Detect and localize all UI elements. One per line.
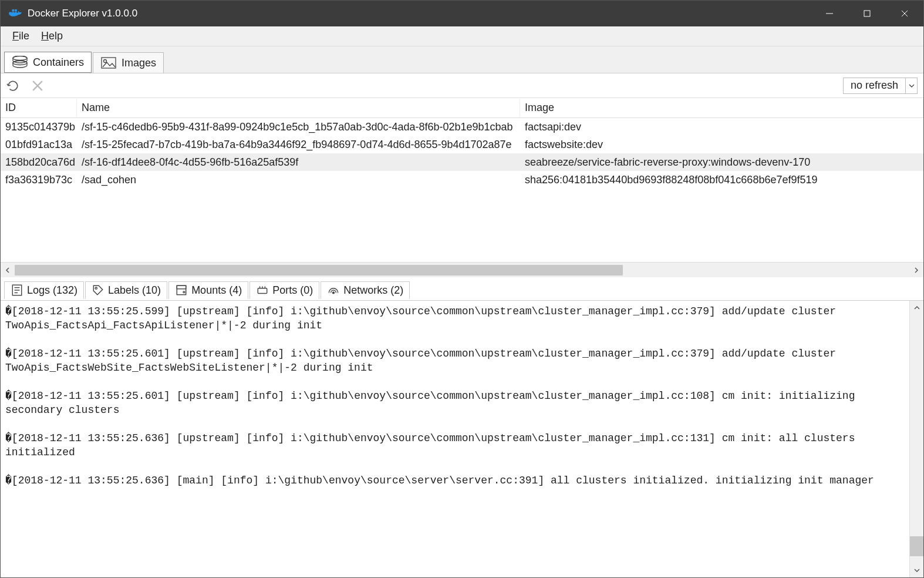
- svg-rect-4: [15, 9, 17, 12]
- tab-networks[interactable]: Networks (2): [321, 281, 410, 299]
- cell-image: factswebsite:dev: [520, 137, 923, 152]
- chevron-down-icon: [905, 78, 917, 93]
- column-id[interactable]: ID: [1, 99, 77, 116]
- cell-name: /sf-15-c46dedb6-95b9-431f-8a99-0924b9c1e…: [77, 120, 520, 135]
- window-title: Docker Explorer v1.0.0.0: [28, 8, 811, 19]
- window-minimize-button[interactable]: [811, 1, 848, 26]
- svg-point-19: [95, 287, 97, 289]
- cell-id: f3a36319b73c: [1, 173, 77, 187]
- svg-point-9: [13, 56, 27, 61]
- table-empty-space: [1, 189, 923, 262]
- scrollbar-thumb[interactable]: [15, 265, 623, 275]
- cell-image: sha256:04181b35440bd9693f88248f08bf041c6…: [520, 173, 923, 187]
- vscrollbar-track[interactable]: [910, 315, 923, 563]
- tab-mounts[interactable]: Mounts (4): [168, 281, 248, 299]
- detail-tabs: Logs (132) Labels (10) Mounts (4) Ports …: [1, 277, 923, 301]
- table-header: ID Name Image: [1, 98, 923, 118]
- cell-id: 9135c014379b: [1, 120, 77, 135]
- window-close-button[interactable]: [886, 1, 923, 26]
- tab-logs[interactable]: Logs (132): [4, 281, 84, 299]
- tab-images[interactable]: Images: [93, 52, 164, 73]
- containers-table: ID Name Image 9135c014379b/sf-15-c46dedb…: [1, 98, 923, 262]
- refresh-interval-select[interactable]: no refresh: [843, 78, 918, 94]
- cell-image: seabreeze/service-fabric-reverse-proxy:w…: [520, 155, 923, 170]
- scrollbar-track[interactable]: [15, 265, 909, 275]
- menu-help[interactable]: Help: [35, 28, 69, 45]
- log-pane: �[2018-12-11 13:55:25.599] [upstream] [i…: [1, 301, 923, 577]
- tab-labels[interactable]: Labels (10): [85, 281, 167, 299]
- cell-name: /sf-16-df14dee8-0f4c-4d55-96fb-516a25af5…: [77, 155, 520, 170]
- ports-icon: [256, 284, 269, 296]
- tab-mounts-label: Mounts (4): [191, 284, 242, 297]
- scroll-down-arrow[interactable]: [910, 563, 923, 577]
- tab-logs-label: Logs (132): [27, 284, 77, 297]
- logs-icon: [11, 284, 23, 296]
- cell-id: 158bd20ca76d: [1, 155, 77, 170]
- svg-rect-20: [177, 285, 186, 294]
- window-maximize-button[interactable]: [848, 1, 886, 26]
- table-row[interactable]: 9135c014379b/sf-15-c46dedb6-95b9-431f-8a…: [1, 118, 923, 136]
- table-row[interactable]: 158bd20ca76d/sf-16-df14dee8-0f4c-4d55-96…: [1, 153, 923, 171]
- docker-whale-icon: [9, 8, 22, 19]
- section-tabs: Containers Images: [1, 46, 923, 73]
- mounts-icon: [175, 284, 188, 296]
- tab-containers[interactable]: Containers: [4, 52, 92, 73]
- refresh-button[interactable]: [6, 79, 19, 92]
- vscrollbar-thumb[interactable]: [910, 536, 923, 556]
- tab-labels-label: Labels (10): [108, 284, 161, 297]
- table-row[interactable]: f3a36319b73c/sad_cohensha256:04181b35440…: [1, 171, 923, 189]
- vertical-scrollbar[interactable]: [909, 301, 923, 577]
- cell-name: /sad_cohen: [77, 173, 520, 187]
- cell-name: /sf-15-25fecad7-b7cb-419b-ba7a-64b9a3446…: [77, 137, 520, 152]
- svg-rect-3: [12, 9, 15, 12]
- svg-rect-23: [258, 288, 267, 294]
- tab-ports-label: Ports (0): [272, 284, 313, 297]
- svg-rect-6: [864, 11, 870, 16]
- refresh-interval-value: no refresh: [844, 79, 905, 92]
- log-output[interactable]: �[2018-12-11 13:55:25.599] [upstream] [i…: [1, 301, 909, 577]
- column-name[interactable]: Name: [77, 99, 520, 116]
- images-icon: [100, 56, 117, 69]
- svg-rect-21: [177, 285, 186, 289]
- cell-id: 01bfd91ac13a: [1, 137, 77, 152]
- svg-point-27: [333, 292, 335, 294]
- scroll-right-arrow[interactable]: [909, 263, 923, 277]
- networks-icon: [327, 284, 340, 296]
- scroll-left-arrow[interactable]: [1, 263, 15, 277]
- svg-point-12: [104, 60, 107, 63]
- tab-ports[interactable]: Ports (0): [249, 281, 319, 299]
- menu-bar: File Help: [1, 26, 923, 46]
- toolbar: no refresh: [1, 73, 923, 98]
- table-row[interactable]: 01bfd91ac13a/sf-15-25fecad7-b7cb-419b-ba…: [1, 136, 923, 153]
- svg-rect-11: [102, 58, 116, 68]
- svg-point-22: [183, 291, 185, 293]
- tab-images-label: Images: [122, 57, 156, 69]
- containers-icon: [12, 56, 28, 69]
- horizontal-scrollbar[interactable]: [1, 262, 923, 277]
- menu-file[interactable]: File: [6, 28, 35, 45]
- window-titlebar: Docker Explorer v1.0.0.0: [1, 1, 923, 26]
- clear-button[interactable]: [31, 79, 44, 92]
- cell-image: factsapi:dev: [520, 120, 923, 135]
- scroll-up-arrow[interactable]: [910, 301, 923, 315]
- tab-containers-label: Containers: [33, 56, 84, 69]
- column-image[interactable]: Image: [520, 99, 923, 116]
- labels-icon: [92, 284, 104, 296]
- tab-networks-label: Networks (2): [343, 284, 403, 297]
